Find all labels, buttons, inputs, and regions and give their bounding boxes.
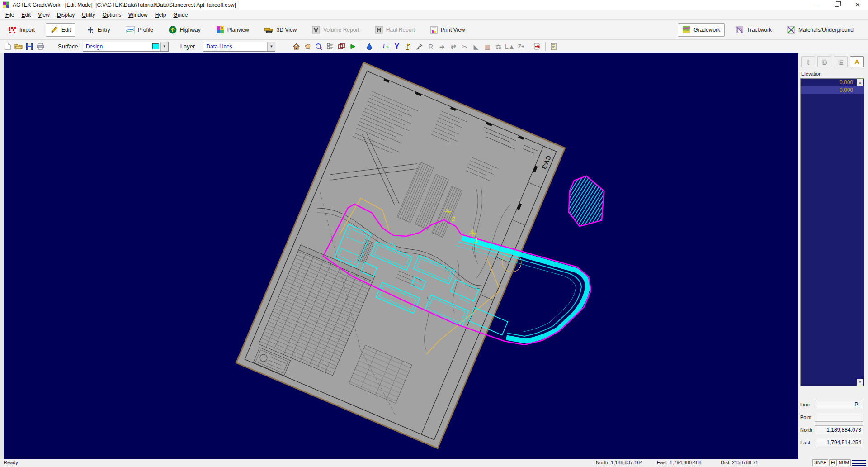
balance-icon[interactable]: ⚖ [493, 42, 504, 52]
edit-button[interactable]: Edit [46, 23, 75, 37]
exclude-include-icon[interactable] [325, 42, 335, 52]
entry-button[interactable]: Entry [82, 23, 115, 37]
profile-chart-icon [126, 26, 135, 33]
z-plus-icon[interactable]: Z+ [516, 42, 526, 52]
rotate-icon[interactable]: R [425, 42, 436, 52]
notes-icon[interactable] [548, 42, 559, 52]
surface-dropdown[interactable]: Design ▼ [83, 42, 169, 52]
export-icon[interactable] [532, 42, 542, 52]
menu-edit[interactable]: Edit [18, 11, 34, 19]
pan-hand-icon[interactable] [302, 42, 313, 52]
elevation-list[interactable]: 0.000 0.000 ▲ ▼ [800, 78, 864, 386]
status-dist: Dist: 2150788.71 [721, 460, 758, 465]
menu-display[interactable]: Display [53, 11, 78, 19]
window-title: AGTEK GradeWork - [Edit Mode] [C:\AGTEK\… [13, 2, 236, 8]
scroll-up-button[interactable]: ▲ [857, 79, 863, 86]
elevation-row-selected[interactable]: 0.000 [801, 86, 864, 94]
save-icon[interactable] [24, 42, 34, 51]
menu-utility[interactable]: Utility [78, 11, 99, 19]
north-field[interactable]: 1,189,884.073 [815, 425, 863, 434]
haul-report-icon [375, 26, 383, 34]
branch-icon[interactable]: Y [392, 42, 402, 52]
mode-button-a[interactable]: A [850, 56, 864, 67]
surface-label: Surface [58, 43, 78, 50]
scroll-down-button[interactable]: ▼ [857, 379, 863, 386]
restore-button[interactable] [826, 0, 847, 10]
unit-toggle[interactable]: Ft [829, 459, 837, 466]
svg-text:F: F [221, 27, 223, 30]
profile-button[interactable]: Profile [121, 24, 158, 36]
layer-dropdown[interactable]: Data Lines ▼ [203, 42, 275, 52]
east-field[interactable]: 1,794,514.254 [815, 438, 863, 447]
highway-icon [169, 26, 177, 34]
menu-guide[interactable]: Guide [170, 11, 191, 19]
minimize-button[interactable]: ─ [806, 0, 826, 10]
materials-underground-icon [787, 26, 795, 34]
north-label: North [800, 427, 815, 433]
status-bar: Ready North: 1,188,837.164 East: 1,794,6… [0, 459, 868, 467]
mode-button-e[interactable]: E [834, 56, 848, 67]
surface-dropdown-arrow[interactable]: ▼ [160, 42, 168, 51]
coordinate-fields: Line PL Point North 1,189,884.073 East 1… [800, 400, 868, 447]
pond-takeoff [569, 176, 604, 226]
marker-2-label: 2 [451, 215, 455, 223]
gradework-button[interactable]: Gradework [678, 23, 725, 37]
menu-view[interactable]: View [34, 11, 53, 19]
east-label: East [800, 440, 815, 445]
print-view-button[interactable]: Print View [426, 23, 470, 37]
menu-file[interactable]: File [2, 11, 18, 19]
elevation-row[interactable]: 0.000 [801, 79, 864, 86]
planview-button[interactable]: F Planview [212, 23, 254, 37]
zoom-edit-icon[interactable] [314, 42, 324, 52]
swap-arrows-icon[interactable]: ⇄ [448, 42, 458, 52]
line-style-icon[interactable]: Ls [380, 42, 391, 52]
print-view-icon [430, 26, 438, 34]
surface-value: Design [83, 43, 152, 50]
new-file-icon[interactable] [3, 42, 13, 51]
layer-value: Data Lines [203, 43, 267, 50]
drawing-canvas[interactable]: CV-3 [4, 53, 798, 459]
play-flag-icon[interactable] [348, 42, 358, 52]
flag-pole-icon[interactable] [403, 42, 413, 52]
menu-window[interactable]: Window [125, 11, 151, 19]
point-field[interactable] [815, 413, 863, 422]
move-arrow-icon[interactable]: ➜ [437, 42, 447, 52]
scissors-icon[interactable]: ✂ [459, 42, 470, 52]
site-plan-drawing[interactable]: CV-3 [4, 53, 798, 459]
point-label: Point [800, 415, 815, 420]
close-button[interactable]: ✕ [847, 0, 868, 10]
gradework-icon [682, 26, 690, 34]
snap-toggle[interactable]: SNAP [812, 459, 828, 466]
trackwork-button[interactable]: Trackwork [731, 23, 776, 37]
threed-view-button[interactable]: 3D View [260, 24, 301, 36]
volume-report-button[interactable]: Volume Report [307, 23, 363, 37]
mode-button-d[interactable]: D [817, 56, 831, 67]
mode-button-i[interactable]: I [801, 56, 815, 67]
droplet-icon[interactable] [364, 42, 374, 52]
layer-dropdown-arrow[interactable]: ▼ [267, 42, 275, 51]
print-icon[interactable] [35, 42, 45, 51]
label-elevation-icon[interactable]: L▲ [505, 42, 515, 52]
import-button[interactable]: Import [4, 23, 39, 37]
edit-pencil-icon [50, 26, 58, 34]
haul-report-button[interactable]: Haul Report [370, 23, 420, 37]
status-ready: Ready [4, 460, 18, 465]
slope-icon[interactable]: ◣ [471, 42, 481, 52]
main-toolbar: Import Edit Entry Profile Highway F Plan… [0, 20, 868, 40]
app-icon [3, 1, 9, 8]
dump-truck-icon [264, 26, 274, 33]
menu-help[interactable]: Help [151, 11, 170, 19]
layers-icon[interactable]: ▥ [482, 42, 492, 52]
overlay-squares-icon[interactable] [336, 42, 347, 52]
resize-grip-icon [852, 460, 866, 466]
sketch-pencil-icon[interactable] [414, 42, 425, 52]
menu-options[interactable]: Options [99, 11, 125, 19]
home-icon[interactable] [291, 42, 302, 52]
line-field[interactable]: PL [815, 400, 863, 409]
open-folder-icon[interactable] [14, 42, 24, 51]
planview-icon: F [216, 26, 224, 34]
elevation-label: Elevation [801, 71, 868, 76]
highway-button[interactable]: Highway [164, 23, 205, 37]
numlock-indicator: NUM [837, 459, 851, 466]
materials-underground-button[interactable]: Materials/Underground [783, 23, 858, 37]
